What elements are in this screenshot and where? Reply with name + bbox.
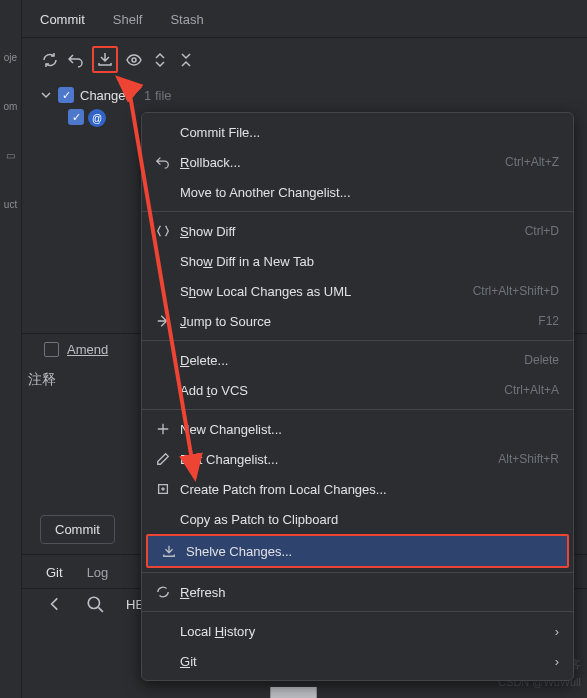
chevron-left-icon[interactable] (46, 595, 64, 613)
menu-delete[interactable]: Delete... Delete (142, 345, 573, 375)
menu-show-diff[interactable]: Show Diff Ctrl+D (142, 216, 573, 246)
chevron-right-icon: › (555, 624, 559, 639)
shelve-highlight-box: Shelve Changes... (146, 534, 569, 568)
tab-commit[interactable]: Commit (40, 12, 85, 27)
context-menu: Commit File... Rollback... Ctrl+Alt+Z Mo… (141, 112, 574, 681)
separator (142, 409, 573, 410)
left-tool-strip: oje om ▭ uct (0, 0, 22, 698)
diff-icon (154, 222, 172, 240)
menu-jump-source[interactable]: Jump to Source F12 (142, 306, 573, 336)
search-icon[interactable] (86, 595, 104, 613)
menu-show-diff-tab[interactable]: Show Diff in a New Tab (142, 246, 573, 276)
chevron-down-icon[interactable] (40, 89, 52, 101)
top-tabs: Commit Shelf Stash (0, 0, 587, 38)
collapse-icon[interactable] (176, 50, 196, 70)
chevron-right-icon: › (555, 654, 559, 669)
refresh-icon[interactable] (40, 50, 60, 70)
toolbar (0, 38, 587, 79)
strip-label: oje (4, 52, 17, 63)
separator (142, 340, 573, 341)
menu-show-uml[interactable]: Show Local Changes as UML Ctrl+Alt+Shift… (142, 276, 573, 306)
changes-root[interactable]: ✓ Changes 1 file (40, 83, 547, 107)
menu-create-patch[interactable]: Create Patch from Local Changes... (142, 474, 573, 504)
svg-point-1 (88, 597, 99, 608)
tab-log[interactable]: Log (87, 565, 109, 580)
patch-icon (154, 480, 172, 498)
separator (142, 211, 573, 212)
menu-edit-changelist[interactable]: Edit Changelist... Alt+Shift+R (142, 444, 573, 474)
expand-icon[interactable] (150, 50, 170, 70)
strip-icon[interactable]: ▭ (6, 150, 15, 161)
tab-stash[interactable]: Stash (170, 12, 203, 27)
separator (142, 572, 573, 573)
amend-checkbox[interactable] (44, 342, 59, 357)
file-count: 1 file (144, 88, 171, 103)
menu-local-history[interactable]: Local History› (142, 616, 573, 646)
menu-new-changelist[interactable]: New Changelist... (142, 414, 573, 444)
menu-shelve-changes[interactable]: Shelve Changes... (148, 536, 567, 566)
checkbox-checked[interactable]: ✓ (58, 87, 74, 103)
jump-icon (154, 312, 172, 330)
strip-label: uct (4, 199, 17, 210)
file-icon: @ (88, 109, 106, 127)
menu-git[interactable]: Git› (142, 646, 573, 676)
changes-label: Changes (80, 88, 132, 103)
shelve-icon[interactable] (95, 49, 115, 69)
strip-label: om (4, 101, 18, 112)
shelve-icon-highlight (92, 46, 118, 73)
refresh-icon (154, 583, 172, 601)
checkbox-checked[interactable]: ✓ (68, 109, 84, 125)
commit-button[interactable]: Commit (40, 515, 115, 544)
menu-rollback[interactable]: Rollback... Ctrl+Alt+Z (142, 147, 573, 177)
tab-git[interactable]: Git (46, 565, 63, 580)
rollback-icon[interactable] (66, 50, 86, 70)
amend-label: AAmendmend (67, 342, 108, 357)
menu-copy-patch[interactable]: Copy as Patch to Clipboard (142, 504, 573, 534)
preview-icon[interactable] (124, 50, 144, 70)
tab-shelf[interactable]: Shelf (113, 12, 143, 27)
plus-icon (154, 420, 172, 438)
menu-move-changelist[interactable]: Move to Another Changelist... (142, 177, 573, 207)
svg-point-0 (132, 58, 136, 62)
menu-refresh[interactable]: Refresh (142, 577, 573, 607)
rollback-icon (154, 153, 172, 171)
shelve-icon (160, 542, 178, 560)
separator (142, 611, 573, 612)
edit-icon (154, 450, 172, 468)
menu-add-vcs[interactable]: Add to VCS Ctrl+Alt+A (142, 375, 573, 405)
menu-commit-file[interactable]: Commit File... (142, 117, 573, 147)
